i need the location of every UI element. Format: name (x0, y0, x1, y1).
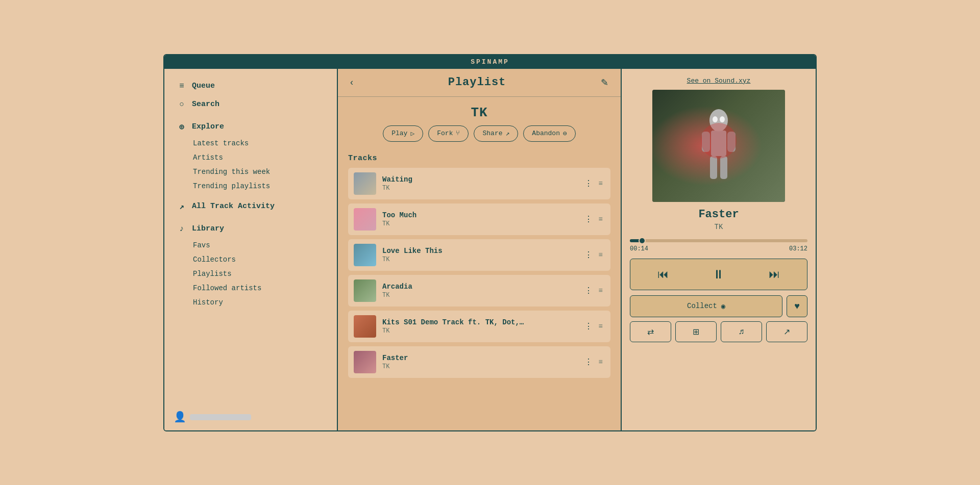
sidebar-bottom: 👤 (175, 404, 327, 422)
heart-button[interactable]: ♥ (787, 295, 807, 317)
playlist-button[interactable]: ♬ (721, 321, 762, 342)
controls-row: ⏮ ⏸ ⏭ (630, 259, 807, 290)
svg-rect-5 (720, 156, 727, 179)
sidebar-item-queue[interactable]: ≡ Queue (175, 77, 327, 95)
sidebar-item-artists[interactable]: Artists (175, 150, 327, 165)
track-thumbnail (354, 279, 376, 302)
app-container: SPINAMP ≡ Queue ○ Search ⊕ Explore Lates… (163, 54, 817, 431)
track-info: Too Much TK (376, 211, 580, 227)
sidebar-item-followed-artists[interactable]: Followed artists (175, 281, 327, 295)
sidebar-item-trending-playlists[interactable]: Trending playlists (175, 179, 327, 193)
drag-handle[interactable]: ≡ (597, 177, 605, 190)
svg-point-8 (720, 116, 725, 122)
track-name: Too Much (382, 211, 574, 219)
see-on-sound-link[interactable]: See on Sound.xyz (630, 77, 807, 85)
track-row[interactable]: Kits S01 Demo Track ft. TK, Dot,… TK ⋮ ≡ (348, 311, 610, 342)
sidebar: ≡ Queue ○ Search ⊕ Explore Latest tracks… (164, 69, 338, 430)
panel-header: ‹ Playlist ✎ (338, 69, 621, 97)
shuffle-button[interactable]: ⇄ (630, 321, 671, 342)
sidebar-item-library[interactable]: ♪ Library (175, 220, 327, 238)
user-icon: 👤 (175, 412, 185, 422)
tracks-section: Tracks Waiting TK ⋮ ≡ Too Much TK (338, 150, 621, 430)
play-button[interactable]: Play ▷ (383, 125, 423, 142)
abandon-icon: ⊖ (563, 130, 567, 138)
abandon-button[interactable]: Abandon ⊖ (523, 125, 575, 142)
track-name: Arcadia (382, 283, 574, 291)
svg-point-7 (713, 116, 718, 122)
sidebar-item-latest-tracks[interactable]: Latest tracks (175, 136, 327, 150)
track-artist: TK (382, 327, 574, 335)
track-name: Kits S01 Demo Track ft. TK, Dot,… (382, 318, 574, 326)
current-time: 00:14 (630, 245, 648, 252)
track-info: Waiting TK (376, 175, 580, 192)
drag-handle[interactable]: ≡ (597, 213, 605, 225)
album-art-inner (652, 90, 785, 202)
share-track-button[interactable]: ↗ (766, 321, 807, 342)
fork-button[interactable]: Fork ⑂ (428, 125, 469, 142)
play-icon: ▷ (410, 130, 414, 138)
playlist-actions: Play ▷ Fork ⑂ Share ↗ Abandon ⊖ (338, 125, 621, 150)
track-row[interactable]: Arcadia TK ⋮ ≡ (348, 275, 610, 307)
track-artist: TK (382, 185, 574, 192)
sidebar-item-activity[interactable]: ↗ All Track Activity (175, 197, 327, 216)
collect-button[interactable]: Collect ◉ (630, 295, 782, 317)
sidebar-item-favs[interactable]: Favs (175, 238, 327, 252)
sidebar-item-history[interactable]: History (175, 295, 327, 310)
fork-icon: ⑂ (456, 130, 460, 137)
track-menu-button[interactable]: ⋮ (580, 248, 597, 262)
track-info: Faster TK (376, 354, 580, 370)
extra-controls-row: ⇄ ⊞ ♬ ↗ (630, 321, 807, 342)
track-menu-button[interactable]: ⋮ (580, 355, 597, 369)
track-thumbnail (354, 315, 376, 338)
now-playing-artist: TK (630, 223, 807, 231)
track-menu-button[interactable]: ⋮ (580, 212, 597, 226)
sidebar-item-explore[interactable]: ⊕ Explore (175, 118, 327, 136)
track-info: Arcadia TK (376, 283, 580, 299)
track-name: Love Like This (382, 247, 574, 255)
drag-handle[interactable]: ≡ (597, 249, 605, 261)
track-menu-button[interactable]: ⋮ (580, 176, 597, 190)
share-icon: ↗ (506, 130, 510, 138)
track-name: Faster (382, 354, 574, 362)
library-icon: ♪ (177, 224, 187, 234)
username-placeholder (190, 414, 251, 420)
sidebar-item-search[interactable]: ○ Search (175, 95, 327, 114)
drag-handle[interactable]: ≡ (597, 285, 605, 297)
track-menu-button[interactable]: ⋮ (580, 319, 597, 333)
activity-icon: ↗ (177, 201, 187, 212)
globe-icon: ⊕ (177, 122, 187, 132)
track-thumbnail (354, 244, 376, 266)
fast-forward-button[interactable]: ⏭ (761, 265, 788, 284)
track-artist: TK (382, 256, 574, 263)
main-layout: ≡ Queue ○ Search ⊕ Explore Latest tracks… (164, 69, 816, 430)
progress-times: 00:14 03:12 (630, 245, 807, 252)
track-row[interactable]: Faster TK ⋮ ≡ (348, 346, 610, 378)
track-row[interactable]: Love Like This TK ⋮ ≡ (348, 239, 610, 271)
sidebar-item-collectors[interactable]: Collectors (175, 252, 327, 267)
pause-button[interactable]: ⏸ (704, 264, 733, 285)
rewind-button[interactable]: ⏮ (649, 265, 677, 284)
track-name: Waiting (382, 175, 574, 184)
sidebar-item-playlists[interactable]: Playlists (175, 267, 327, 281)
collect-icon: ◉ (721, 302, 725, 311)
track-row[interactable]: Waiting TK ⋮ ≡ (348, 168, 610, 199)
sidebar-item-trending-week[interactable]: Trending this week (175, 165, 327, 179)
back-button[interactable]: ‹ (348, 75, 355, 90)
progress-bar[interactable] (630, 239, 807, 242)
share-button[interactable]: Share ↗ (474, 125, 518, 142)
progress-thumb[interactable] (639, 237, 646, 244)
svg-rect-4 (710, 156, 717, 179)
track-info: Love Like This TK (376, 247, 580, 263)
queue-add-button[interactable]: ⊞ (675, 321, 717, 342)
drag-handle[interactable]: ≡ (597, 356, 605, 368)
drag-handle[interactable]: ≡ (597, 320, 605, 333)
bottom-controls: Collect ◉ ♥ (630, 295, 807, 317)
track-menu-button[interactable]: ⋮ (580, 284, 597, 297)
track-thumbnail (354, 172, 376, 195)
queue-icon: ≡ (177, 81, 187, 91)
edit-button[interactable]: ✎ (599, 75, 610, 90)
robot-artwork (696, 105, 742, 187)
track-row[interactable]: Too Much TK ⋮ ≡ (348, 203, 610, 235)
playlist-name: TK (338, 97, 621, 125)
track-thumbnail (354, 351, 376, 373)
